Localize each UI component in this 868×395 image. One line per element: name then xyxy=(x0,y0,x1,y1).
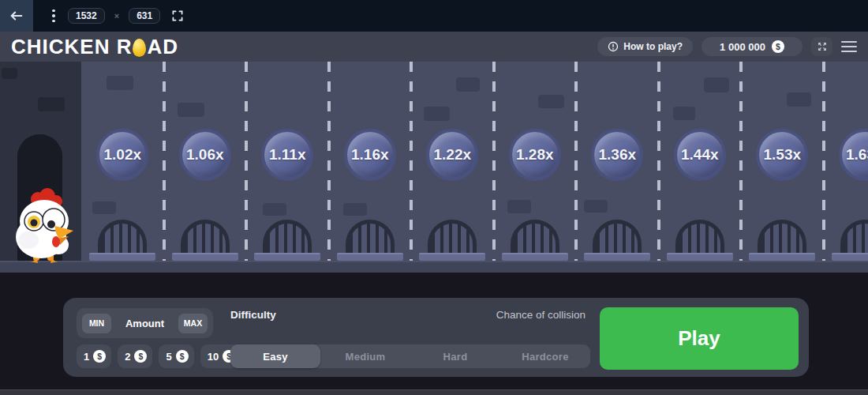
chance-of-collision-label: Chance of collision xyxy=(496,309,586,321)
bottom-section: MIN Amount MAX 1 $ 2 $ 5 $ 10 xyxy=(0,273,868,395)
egg-icon xyxy=(133,39,146,57)
balance-display[interactable]: 1 000 000 $ xyxy=(702,37,803,56)
lane: 1.36x xyxy=(576,62,659,273)
multiplier-label: 1.53x xyxy=(763,146,801,164)
brick-decor xyxy=(507,200,531,213)
tab-hard[interactable]: Hard xyxy=(410,344,500,368)
multiplier-label: 1.16x xyxy=(351,146,389,164)
brick-decor xyxy=(787,92,811,107)
max-bet-button[interactable]: MAX xyxy=(178,314,208,333)
multiplier-disc[interactable]: 1.44x xyxy=(674,129,726,181)
tab-easy[interactable]: Easy xyxy=(230,344,320,368)
multiplier-disc[interactable]: 1.63x xyxy=(839,129,868,181)
how-to-play-label: How to play? xyxy=(623,41,683,52)
chicken-road-app: 1532 × 631 CHICKEN RAD How to play? 1 00… xyxy=(0,0,868,395)
tab-medium[interactable]: Medium xyxy=(320,344,410,368)
dollar-coin-icon: $ xyxy=(93,350,106,363)
chip-value: 5 xyxy=(166,351,171,363)
dollar-coin-icon: $ xyxy=(176,350,189,363)
viewport-height-field[interactable]: 631 xyxy=(129,8,160,24)
sewer-grate-icon xyxy=(89,220,155,261)
brick-decor xyxy=(107,76,133,90)
bet-amount-box: MIN Amount MAX xyxy=(77,308,213,338)
sidewalk-curb xyxy=(0,261,868,273)
footer-strip xyxy=(0,389,868,395)
lane: 1.11x xyxy=(246,62,329,273)
chip-value: 2 xyxy=(125,351,130,363)
expand-button[interactable] xyxy=(811,37,832,56)
lane-divider xyxy=(492,62,496,261)
back-button[interactable] xyxy=(0,0,33,32)
fullscreen-button[interactable] xyxy=(171,9,184,22)
sewer-grate-icon xyxy=(749,220,815,261)
difficulty-label: Difficulty xyxy=(230,309,276,321)
multiplier-disc[interactable]: 1.16x xyxy=(344,129,396,181)
menu-button[interactable] xyxy=(841,37,857,56)
lane: 1.16x xyxy=(329,62,412,273)
fullscreen-icon xyxy=(171,9,184,22)
brick-decor xyxy=(2,68,17,79)
expand-arrows-icon xyxy=(817,41,828,52)
sewer-grate-icon xyxy=(172,220,238,261)
multiplier-disc[interactable]: 1.06x xyxy=(179,129,231,181)
top-bar: 1532 × 631 xyxy=(0,0,868,32)
multiplier-disc[interactable]: 1.28x xyxy=(509,129,561,181)
difficulty-tabs: Easy Medium Hard Hardcore xyxy=(230,344,590,368)
chicken-character[interactable] xyxy=(13,188,74,263)
bet-chip-5[interactable]: 5 $ xyxy=(159,344,193,368)
multiplier-disc[interactable]: 1.36x xyxy=(591,129,643,181)
multiplier-disc[interactable]: 1.22x xyxy=(426,129,478,181)
control-panel: MIN Amount MAX 1 $ 2 $ 5 $ 10 xyxy=(63,298,809,377)
lane: 1.02x xyxy=(81,62,164,273)
sewer-grate-icon xyxy=(254,220,320,261)
lane-divider xyxy=(410,62,413,261)
lane: 1.06x xyxy=(164,62,247,273)
dollar-coin-icon: $ xyxy=(772,40,784,53)
chicken-road-logo: CHICKEN RAD xyxy=(11,35,178,59)
arrow-left-icon xyxy=(9,9,24,22)
brick-decor xyxy=(38,97,65,111)
lane: 1.63x xyxy=(824,62,868,273)
how-to-play-button[interactable]: How to play? xyxy=(597,37,693,56)
menu-icon xyxy=(841,41,857,43)
multiplier-disc[interactable]: 1.11x xyxy=(261,129,313,181)
tab-hardcore[interactable]: Hardcore xyxy=(500,344,590,368)
lane-divider xyxy=(739,62,743,261)
lane-divider xyxy=(822,62,825,261)
multiplier-label: 1.11x xyxy=(269,146,306,164)
info-circle-icon xyxy=(608,41,619,52)
lane-divider xyxy=(574,62,578,261)
quick-bet-chips: 1 $ 2 $ 5 $ 10 $ xyxy=(77,344,241,368)
multiplier-label: 1.36x xyxy=(598,146,636,164)
chip-value: 10 xyxy=(208,351,219,363)
chip-value: 1 xyxy=(84,351,89,363)
header-actions: How to play? 1 000 000 $ xyxy=(597,37,857,56)
lane: 1.53x xyxy=(741,62,824,273)
road-lanes: 1.02x 1.06x 1.11x 1.16x 1.22x xyxy=(81,62,868,273)
bet-chip-2[interactable]: 2 $ xyxy=(118,344,152,368)
brick-decor xyxy=(673,107,695,120)
bet-chip-1[interactable]: 1 $ xyxy=(77,344,111,368)
kebab-menu-button[interactable] xyxy=(46,0,62,32)
multiplier-label: 1.22x xyxy=(433,146,471,164)
sewer-grate-icon xyxy=(667,220,733,261)
brick-decor xyxy=(538,95,564,108)
brick-decor xyxy=(178,103,204,117)
sewer-grate-icon xyxy=(337,220,403,261)
multiplier-label: 1.02x xyxy=(103,146,141,164)
brick-decor xyxy=(704,77,729,92)
brick-decor xyxy=(584,200,608,213)
play-button[interactable]: Play xyxy=(600,307,799,370)
sewer-grate-icon xyxy=(502,220,568,261)
multiplier-disc[interactable]: 1.02x xyxy=(96,129,148,181)
lane-divider xyxy=(245,62,248,261)
brick-decor xyxy=(424,107,450,121)
dollar-coin-icon: $ xyxy=(134,350,147,363)
multiplier-disc[interactable]: 1.53x xyxy=(756,129,808,181)
min-bet-button[interactable]: MIN xyxy=(82,314,111,333)
multiplier-label: 1.44x xyxy=(681,146,719,164)
brick-decor xyxy=(92,201,116,214)
viewport-width-field[interactable]: 1532 xyxy=(68,8,105,24)
game-header: CHICKEN RAD How to play? 1 000 000 $ xyxy=(0,32,868,62)
kebab-vertical-icon xyxy=(52,9,55,13)
